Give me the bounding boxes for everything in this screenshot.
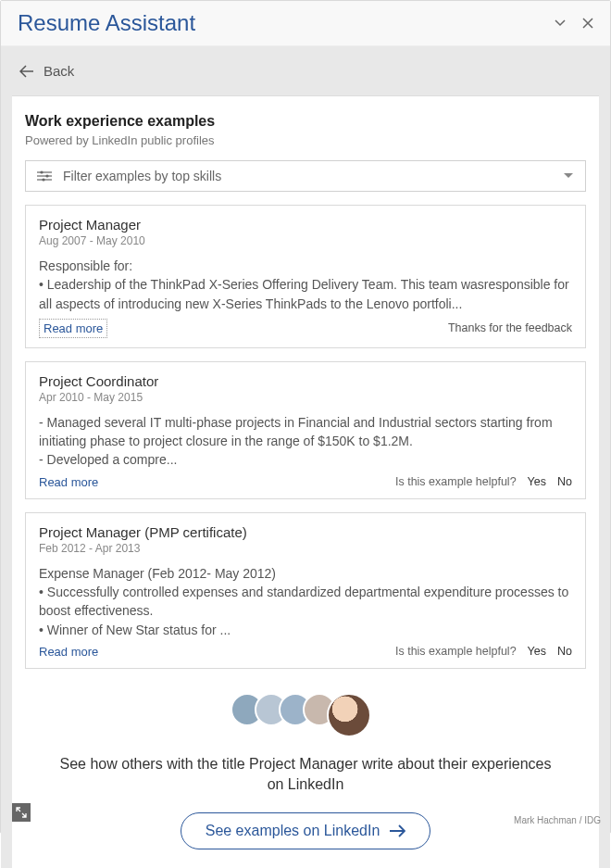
back-button[interactable]: Back [12, 46, 599, 95]
linkedin-tagline: See how others with the title Project Ma… [53, 754, 558, 796]
example-card: Project Manager (PMP certificate) Feb 20… [25, 512, 586, 669]
filter-label: Filter examples by top skills [63, 169, 221, 183]
card-footer: Read more Is this example helpful? Yes N… [39, 475, 572, 489]
avatar-stack [25, 693, 586, 737]
job-title: Project Manager (PMP certificate) [39, 524, 572, 540]
job-title: Project Manager [39, 217, 572, 233]
section-subtitle: Powered by LinkedIn public profiles [25, 133, 586, 147]
card-footer: Read more Is this example helpful? Yes N… [39, 645, 572, 659]
chevron-down-icon [563, 170, 574, 182]
job-dates: Aug 2007 - May 2010 [39, 234, 572, 247]
svg-point-3 [40, 170, 43, 173]
dropdown-icon[interactable] [555, 18, 566, 29]
feedback-row: Is this example helpful? Yes No [395, 645, 572, 658]
sliders-icon [37, 170, 52, 182]
titlebar: Resume Assistant [1, 1, 610, 46]
job-description: Responsible for: • Leadership of the Thi… [39, 257, 572, 313]
see-examples-button[interactable]: See examples on LinkedIn [181, 812, 431, 849]
arrow-right-icon [389, 824, 405, 837]
content-area: Work experience examples Powered by Link… [12, 95, 599, 868]
resume-assistant-panel: Resume Assistant Back Work experience ex… [0, 0, 611, 834]
feedback-thanks: Thanks for the feedback [448, 321, 572, 334]
job-description: - Managed several IT multi-phase project… [39, 413, 572, 470]
panel-title: Resume Assistant [18, 10, 195, 36]
job-dates: Feb 2012 - Apr 2013 [39, 542, 572, 555]
cta-label: See examples on LinkedIn [206, 823, 380, 839]
read-more-link[interactable]: Read more [39, 645, 98, 659]
feedback-yes[interactable]: Yes [528, 645, 546, 658]
feedback-no[interactable]: No [557, 475, 572, 488]
feedback-question: Is this example helpful? [395, 475, 517, 488]
example-card: Project Manager Aug 2007 - May 2010 Resp… [25, 205, 586, 348]
filter-dropdown[interactable]: Filter examples by top skills [25, 160, 586, 192]
feedback-row: Is this example helpful? Yes No [395, 475, 572, 488]
example-card: Project Coordinator Apr 2010 - May 2015 … [25, 361, 586, 499]
job-dates: Apr 2010 - May 2015 [39, 391, 572, 404]
svg-point-4 [45, 174, 48, 177]
panel-body: Back Work experience examples Powered by… [1, 46, 610, 868]
back-label: Back [44, 63, 74, 79]
svg-point-5 [42, 178, 44, 181]
expand-icon[interactable] [12, 803, 31, 822]
section-heading: Work experience examples [25, 113, 586, 130]
arrow-left-icon [19, 65, 34, 78]
titlebar-actions [555, 18, 593, 29]
read-more-link[interactable]: Read more [39, 475, 98, 489]
job-title: Project Coordinator [39, 373, 572, 389]
cta-row: See examples on LinkedIn [25, 812, 586, 849]
job-description: Expense Manager (Feb 2012- May 2012) • S… [39, 564, 572, 639]
read-more-link[interactable]: Read more [39, 319, 107, 338]
feedback-no[interactable]: No [557, 645, 572, 658]
close-icon[interactable] [582, 18, 593, 29]
image-credit: Mark Hachman / IDG [514, 815, 601, 825]
feedback-question: Is this example helpful? [395, 645, 517, 658]
card-footer: Read more Thanks for the feedback [39, 319, 572, 338]
avatar [327, 693, 371, 737]
feedback-yes[interactable]: Yes [528, 475, 546, 488]
